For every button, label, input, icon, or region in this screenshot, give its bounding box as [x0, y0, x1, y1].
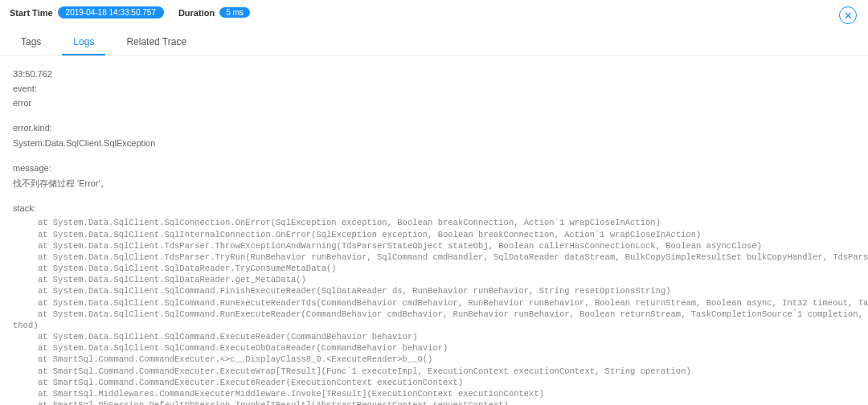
stack-line: at SmartSql.DbSession.DefaultDbSession.I… [13, 399, 855, 405]
duration-badge: 5 ms [219, 7, 250, 18]
error-kind-label: error.kind: [13, 121, 855, 135]
stack-line: at System.Data.SqlClient.SqlCommand.RunE… [13, 297, 855, 309]
duration-label: Duration [178, 8, 215, 18]
message-value: 找不到存储过程 'Error'。 [13, 177, 855, 190]
stack-line: at System.Data.SqlClient.SqlCommand.RunE… [13, 309, 855, 320]
tab-logs[interactable]: Logs [62, 30, 105, 55]
stack-line: at SmartSql.Command.CommandExecuter.Exec… [13, 366, 855, 377]
start-time-label: Start Time [10, 8, 53, 18]
stack-line: at System.Data.SqlClient.SqlConnection.O… [13, 217, 855, 228]
stack-line: at System.Data.SqlClient.SqlCommand.Exec… [13, 342, 855, 354]
stack-line: at System.Data.SqlClient.TdsParser.Throw… [13, 240, 855, 252]
log-timestamp: 33:50.762 [13, 68, 855, 81]
stack-line: at SmartSql.Middlewares.CommandExecuterM… [13, 388, 855, 399]
error-kind-value: System.Data.SqlClient.SqlException [13, 137, 855, 150]
stack-label: stack: [13, 202, 855, 215]
stack-line: at SmartSql.Command.CommandExecuter.<>c_… [13, 354, 855, 365]
detail-header: Start Time 2019-04-18 14:33:50.757 Durat… [0, 0, 868, 25]
close-icon: ✕ [844, 10, 853, 21]
event-value: error [13, 96, 855, 110]
tab-related-trace[interactable]: Related Trace [115, 30, 198, 55]
message-label: message: [13, 162, 855, 175]
tabs-bar: Tags Logs Related Trace [0, 30, 868, 56]
close-button[interactable]: ✕ [839, 6, 857, 24]
stack-trace: at System.Data.SqlClient.SqlConnection.O… [13, 217, 855, 405]
log-content: 33:50.762 event: error error.kind: Syste… [0, 56, 868, 405]
stack-line: at System.Data.SqlClient.SqlCommand.Exec… [13, 331, 855, 342]
stack-line: thod) [13, 320, 855, 331]
start-time-badge: 2019-04-18 14:33:50.757 [58, 6, 164, 18]
event-label: event: [13, 82, 855, 96]
stack-line: at System.Data.SqlClient.SqlInternalConn… [13, 229, 855, 240]
stack-line: at System.Data.SqlClient.SqlCommand.Fini… [13, 285, 855, 297]
stack-line: at System.Data.SqlClient.TdsParser.TryRu… [13, 252, 855, 263]
stack-line: at System.Data.SqlClient.SqlDataReader.T… [13, 263, 855, 274]
tab-tags[interactable]: Tags [10, 30, 52, 55]
stack-line: at System.Data.SqlClient.SqlDataReader.g… [13, 274, 855, 285]
stack-line: at SmartSql.Command.CommandExecuter.Exec… [13, 377, 855, 388]
